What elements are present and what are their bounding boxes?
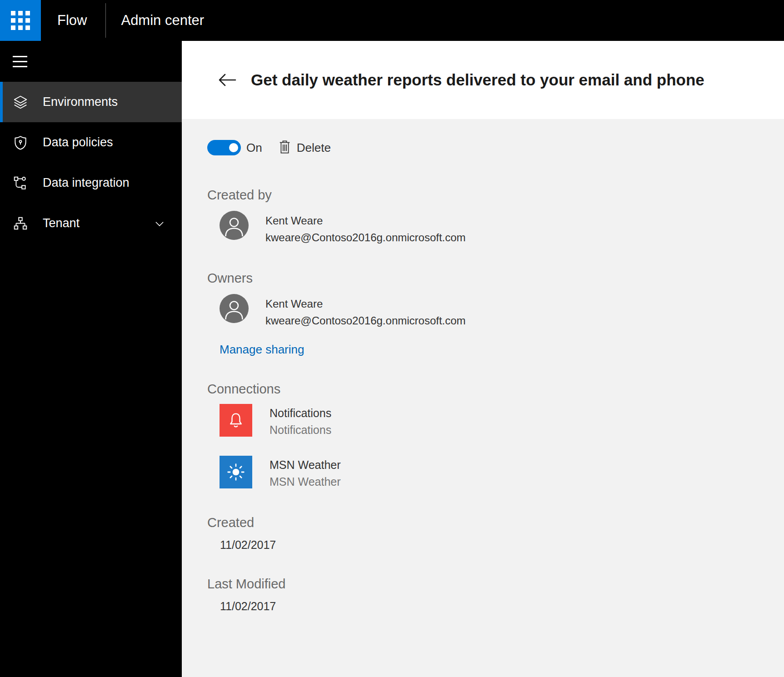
chevron-down-icon: [154, 218, 165, 229]
avatar: [220, 211, 249, 240]
hamburger-button[interactable]: [0, 41, 182, 82]
connection-row-notifications[interactable]: Notifications Notifications: [220, 404, 766, 438]
flow-admin-center-page: Flow Admin center Environments: [0, 0, 784, 677]
person-email: kweare@Contoso2016g.onmicrosoft.com: [265, 312, 466, 329]
back-button[interactable]: [217, 72, 237, 88]
connection-service: MSN Weather: [270, 473, 341, 490]
avatar: [220, 294, 249, 323]
sidebar: Environments Data policies: [0, 41, 182, 677]
layers-icon: [13, 95, 28, 110]
person-name: Kent Weare: [265, 295, 466, 312]
delete-button[interactable]: Delete: [279, 140, 331, 155]
hamburger-icon: [13, 56, 27, 67]
connection-service: Notifications: [270, 422, 331, 438]
last-modified-date: 11/02/2017: [220, 600, 766, 613]
person-name: Kent Weare: [265, 212, 466, 229]
last-modified-heading: Last Modified: [207, 575, 766, 592]
back-arrow-icon: [217, 72, 237, 88]
flow-toolbar: On Delete: [207, 140, 766, 155]
connections-heading: Connections: [207, 380, 766, 398]
person-icon: [220, 211, 249, 240]
sidebar-item-label: Data integration: [43, 176, 130, 190]
toggle-knob: [229, 143, 238, 152]
manage-sharing-link[interactable]: Manage sharing: [220, 343, 304, 357]
main-panel: Get daily weather reports delivered to y…: [182, 41, 784, 677]
connection-row-msn-weather[interactable]: MSN Weather MSN Weather: [220, 456, 766, 490]
created-by-heading: Created by: [207, 186, 766, 204]
person-icon: [220, 294, 249, 323]
sidebar-item-label: Data policies: [43, 135, 113, 149]
topbar-admin-center-label[interactable]: Admin center: [121, 12, 204, 29]
flow-enabled-toggle[interactable]: [207, 140, 241, 155]
connection-meta: MSN Weather MSN Weather: [270, 456, 341, 490]
integration-icon: [13, 175, 28, 191]
trash-icon: [279, 140, 291, 155]
delete-button-label: Delete: [297, 141, 331, 155]
sidebar-item-label: Environments: [43, 95, 118, 109]
sidebar-item-environments[interactable]: Environments: [0, 82, 182, 122]
bell-icon: [227, 411, 245, 429]
topbar-divider: [105, 3, 106, 38]
connection-name: Notifications: [270, 405, 331, 422]
owner-person: Kent Weare kweare@Contoso2016g.onmicroso…: [220, 294, 766, 329]
sidebar-nav: Environments Data policies: [0, 82, 182, 244]
connection-meta: Notifications Notifications: [270, 404, 331, 438]
created-heading: Created: [207, 514, 766, 531]
org-chart-icon: [13, 216, 28, 231]
sun-icon: [226, 463, 245, 482]
topbar: Flow Admin center: [0, 0, 784, 41]
person-meta: Kent Weare kweare@Contoso2016g.onmicroso…: [265, 211, 466, 246]
flow-details-content: On Delete Created by: [182, 119, 784, 677]
created-by-person: Kent Weare kweare@Contoso2016g.onmicroso…: [220, 211, 766, 246]
msn-weather-tile: [220, 456, 252, 488]
toggle-state-label: On: [246, 141, 262, 155]
shield-icon: [13, 135, 28, 150]
sidebar-item-data-integration[interactable]: Data integration: [0, 163, 182, 203]
connection-name: MSN Weather: [270, 457, 341, 473]
sidebar-item-label: Tenant: [43, 216, 80, 230]
page-title: Get daily weather reports delivered to y…: [251, 71, 704, 89]
sidebar-item-tenant[interactable]: Tenant: [0, 203, 182, 244]
topbar-app-name[interactable]: Flow: [57, 12, 87, 29]
owners-heading: Owners: [207, 269, 766, 287]
notifications-tile: [220, 404, 252, 437]
sidebar-item-data-policies[interactable]: Data policies: [0, 122, 182, 163]
created-date: 11/02/2017: [220, 538, 766, 552]
page-header: Get daily weather reports delivered to y…: [182, 41, 784, 119]
person-meta: Kent Weare kweare@Contoso2016g.onmicroso…: [265, 294, 466, 329]
person-email: kweare@Contoso2016g.onmicrosoft.com: [265, 229, 466, 246]
app-launcher-button[interactable]: [0, 0, 41, 41]
waffle-icon: [11, 11, 30, 30]
